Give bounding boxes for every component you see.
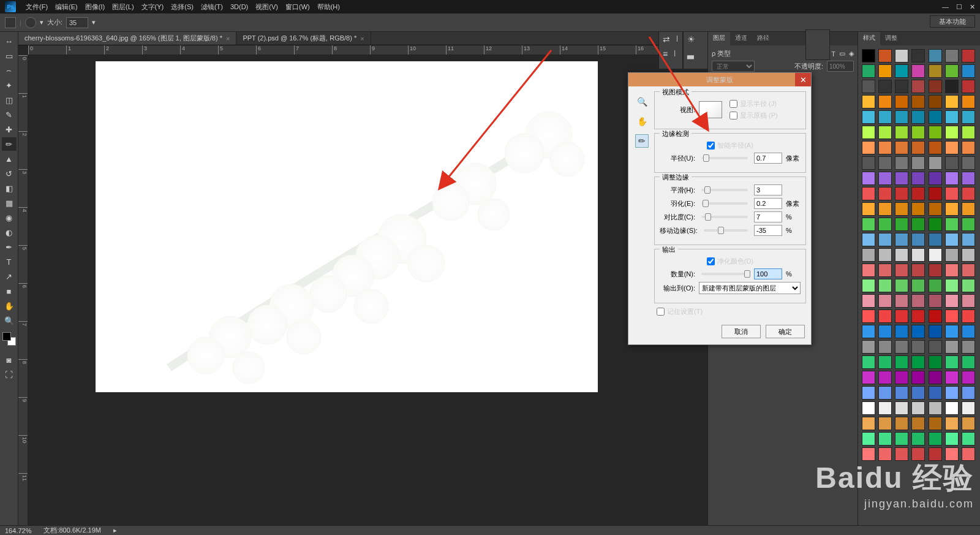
style-swatch[interactable] <box>929 294 942 308</box>
style-swatch[interactable] <box>895 187 908 200</box>
style-swatch[interactable] <box>962 355 975 369</box>
style-swatch[interactable] <box>862 294 875 308</box>
document-tab[interactable]: cherry-blossoms-6196363_640.jpg @ 165% (… <box>18 32 236 45</box>
menu-filter[interactable]: 滤镜(T) <box>197 2 227 12</box>
menu-window[interactable]: 窗口(W) <box>282 2 314 12</box>
tab-close-icon[interactable]: × <box>226 35 230 42</box>
cancel-button[interactable]: 取消 <box>722 325 761 338</box>
style-swatch[interactable] <box>945 371 959 384</box>
move-tool-icon[interactable]: ↔ <box>2 34 17 48</box>
tab-layers[interactable]: 图层 <box>708 32 730 45</box>
style-swatch[interactable] <box>962 80 975 93</box>
shape-tool-icon[interactable]: ■ <box>2 284 17 298</box>
style-swatch[interactable] <box>862 417 875 430</box>
style-swatch[interactable] <box>878 202 892 216</box>
marquee-tool-icon[interactable]: ▭ <box>2 49 17 63</box>
brush-tool-icon[interactable]: ✏ <box>2 137 17 151</box>
filter-icon[interactable]: T <box>831 50 835 58</box>
style-swatch[interactable] <box>911 95 925 108</box>
style-swatch[interactable] <box>878 386 892 400</box>
style-swatch[interactable] <box>878 417 892 430</box>
hand-tool-icon[interactable]: ✋ <box>635 115 649 128</box>
style-swatch[interactable] <box>862 172 875 185</box>
quickmask-icon[interactable]: ◙ <box>2 353 17 366</box>
style-swatch[interactable] <box>895 386 908 400</box>
style-swatch[interactable] <box>911 218 925 231</box>
menu-file[interactable]: 文件(F) <box>22 2 51 12</box>
style-swatch[interactable] <box>895 126 908 139</box>
style-swatch[interactable] <box>962 64 975 78</box>
style-swatch[interactable] <box>911 172 925 185</box>
hand-tool-icon[interactable]: ✋ <box>2 299 17 313</box>
size-input[interactable] <box>66 17 88 28</box>
style-swatch[interactable] <box>862 156 875 170</box>
zoom-tool-icon[interactable]: 🔍 <box>635 95 649 108</box>
expand-icon[interactable]: ▸ <box>113 526 117 534</box>
style-swatch[interactable] <box>862 64 875 78</box>
style-swatch[interactable] <box>929 126 942 139</box>
style-swatch[interactable] <box>862 248 875 262</box>
style-swatch[interactable] <box>911 233 925 246</box>
style-swatch[interactable] <box>929 156 942 170</box>
style-swatch[interactable] <box>895 233 908 246</box>
style-swatch[interactable] <box>862 141 875 154</box>
style-swatch[interactable] <box>878 340 892 354</box>
style-swatch[interactable] <box>929 401 942 415</box>
style-swatch[interactable] <box>962 340 975 354</box>
screenmode-icon[interactable]: ⛶ <box>2 368 17 381</box>
style-swatch[interactable] <box>929 325 942 338</box>
style-swatch[interactable] <box>929 233 942 246</box>
style-swatch[interactable] <box>878 218 892 231</box>
style-swatch[interactable] <box>945 233 959 246</box>
style-swatch[interactable] <box>878 126 892 139</box>
style-swatch[interactable] <box>895 294 908 308</box>
style-swatch[interactable] <box>929 172 942 185</box>
menu-layer[interactable]: 图层(L) <box>108 2 137 12</box>
output-to-select[interactable]: 新建带有图层蒙版的图层 <box>699 282 801 294</box>
style-swatch[interactable] <box>895 432 908 446</box>
style-swatch[interactable] <box>895 80 908 93</box>
style-swatch[interactable] <box>945 49 959 63</box>
style-swatch[interactable] <box>895 401 908 415</box>
style-swatch[interactable] <box>862 447 875 461</box>
tab-styles[interactable]: 样式 <box>858 32 880 45</box>
style-swatch[interactable] <box>862 187 875 200</box>
style-swatch[interactable] <box>962 432 975 446</box>
style-swatch[interactable] <box>895 355 908 369</box>
tool-preset-icon[interactable] <box>5 17 16 28</box>
style-swatch[interactable] <box>945 202 959 216</box>
style-swatch[interactable] <box>862 340 875 354</box>
style-swatch[interactable] <box>962 309 975 323</box>
style-swatch[interactable] <box>862 264 875 277</box>
dropdown-icon[interactable]: ▾ <box>40 18 43 26</box>
style-swatch[interactable] <box>945 325 959 338</box>
style-swatch[interactable] <box>911 264 925 277</box>
menu-edit[interactable]: 编辑(E) <box>51 2 81 12</box>
amount-slider[interactable] <box>701 273 748 275</box>
color-chips[interactable] <box>2 332 16 346</box>
style-swatch[interactable] <box>895 172 908 185</box>
style-swatch[interactable] <box>862 110 875 124</box>
style-swatch[interactable] <box>911 294 925 308</box>
style-swatch[interactable] <box>962 218 975 231</box>
style-swatch[interactable] <box>945 95 959 108</box>
style-swatch[interactable] <box>962 447 975 461</box>
style-swatch[interactable] <box>911 432 925 446</box>
style-swatch[interactable] <box>878 248 892 262</box>
style-swatch[interactable] <box>878 325 892 338</box>
style-swatch[interactable] <box>895 95 908 108</box>
brightness-icon[interactable]: ☀ <box>687 34 695 44</box>
show-radius-checkbox[interactable]: 显示半径 (J) <box>729 99 778 108</box>
style-swatch[interactable] <box>911 248 925 262</box>
ruler-icon[interactable]: ≡ <box>663 49 668 59</box>
style-swatch[interactable] <box>945 248 959 262</box>
style-swatch[interactable] <box>862 233 875 246</box>
canvas-viewport[interactable] <box>28 55 707 525</box>
shift-slider[interactable] <box>704 229 748 232</box>
style-swatch[interactable] <box>962 294 975 308</box>
style-swatch[interactable] <box>895 371 908 384</box>
style-swatch[interactable] <box>862 80 875 93</box>
style-swatch[interactable] <box>895 110 908 124</box>
style-swatch[interactable] <box>895 156 908 170</box>
opacity-input[interactable] <box>827 61 854 72</box>
